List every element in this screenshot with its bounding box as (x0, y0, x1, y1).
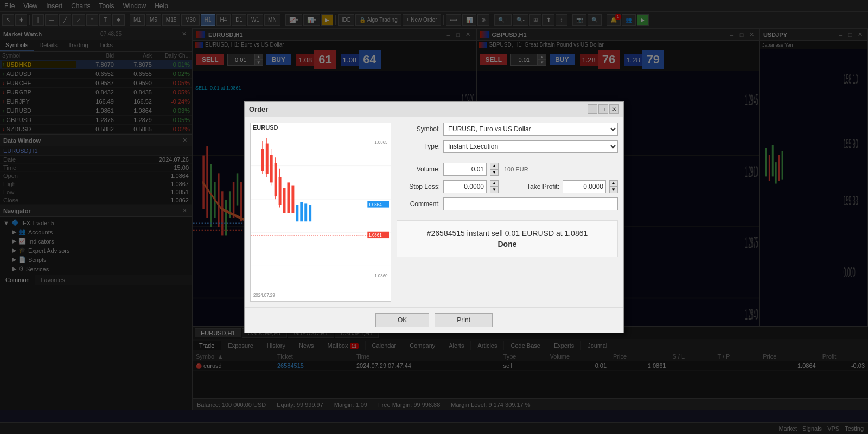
takeprofit-input[interactable] (563, 180, 606, 193)
volume-up-btn[interactable]: ▲ (490, 163, 499, 169)
order-confirm: #26584515 instant sell 0.01 EURUSD at 1.… (397, 220, 618, 257)
svg-rect-80 (291, 185, 294, 213)
type-select[interactable]: Instant Execution (443, 140, 618, 153)
dialog-print-btn[interactable]: Print (435, 313, 493, 327)
svg-text:1.0864: 1.0864 (368, 202, 382, 207)
type-label: Type: (397, 143, 440, 150)
svg-rect-72 (270, 155, 273, 182)
sl-tp-row: Stop Loss: ▲ ▼ Take Profit: ▲ ▼ (397, 180, 618, 193)
symbol-label: Symbol: (397, 125, 440, 133)
comment-label: Comment: (397, 200, 440, 208)
svg-text:2024.07.29: 2024.07.29 (253, 292, 275, 297)
tp-down-btn[interactable]: ▼ (609, 187, 618, 193)
svg-rect-79 (287, 182, 290, 213)
order-dialog: Order – □ ✕ EURUSD (244, 101, 624, 333)
dialog-titlebar: Order – □ ✕ (245, 102, 623, 117)
confirm-text: #26584515 instant sell 0.01 EURUSD at 1.… (405, 229, 609, 238)
stoploss-input[interactable] (443, 180, 487, 193)
mini-chart-title: EURUSD (251, 123, 391, 132)
symbol-row: Symbol: EURUSD, Euro vs US Dollar (397, 123, 618, 136)
dialog-footer: OK Print (245, 307, 623, 333)
order-form: Symbol: EURUSD, Euro vs US Dollar Type: … (397, 123, 618, 302)
symbol-select[interactable]: EURUSD, Euro vs US Dollar (443, 123, 618, 136)
svg-rect-84 (309, 205, 311, 221)
mini-chart-svg: 1.0865 1.0864 1.0861 1.0860 (251, 132, 391, 299)
dialog-title: Order (249, 105, 268, 113)
svg-text:1.0860: 1.0860 (374, 273, 388, 278)
mini-chart-body: 1.0865 1.0864 1.0861 1.0860 (251, 132, 391, 299)
volume-label: Volume: (397, 165, 440, 173)
stoploss-label: Stop Loss: (397, 183, 440, 190)
sl-up-btn[interactable]: ▲ (490, 180, 499, 187)
volume-input[interactable] (443, 163, 487, 176)
mini-chart: EURUSD 1.0865 1.0864 1.0861 1.0860 (250, 123, 391, 302)
svg-rect-81 (296, 205, 298, 221)
svg-text:1.0865: 1.0865 (374, 139, 388, 144)
dialog-body: EURUSD 1.0865 1.0864 1.0861 1.0860 (245, 117, 623, 307)
comment-input[interactable] (443, 197, 618, 210)
sl-down-btn[interactable]: ▼ (490, 187, 499, 193)
takeprofit-label: Take Profit: (516, 183, 559, 190)
dialog-close[interactable]: ✕ (609, 104, 619, 114)
volume-row: Volume: ▲ ▼ 100 EUR (397, 163, 618, 176)
dialog-ok-btn[interactable]: OK (375, 313, 429, 327)
svg-rect-83 (304, 203, 307, 221)
tp-up-btn[interactable]: ▲ (609, 180, 618, 187)
dialog-maximize[interactable]: □ (598, 104, 608, 114)
comment-row: Comment: (397, 197, 618, 210)
order-overlay[interactable]: Order – □ ✕ EURUSD (0, 0, 868, 434)
confirm-done: Done (405, 240, 609, 248)
svg-rect-78 (283, 188, 286, 213)
volume-down-btn[interactable]: ▼ (490, 169, 499, 176)
dialog-controls: – □ ✕ (588, 104, 619, 114)
dialog-minimize[interactable]: – (588, 104, 597, 114)
volume-currency: 100 EUR (504, 166, 528, 173)
type-row: Type: Instant Execution (397, 140, 618, 153)
svg-text:1.0861: 1.0861 (368, 232, 382, 237)
